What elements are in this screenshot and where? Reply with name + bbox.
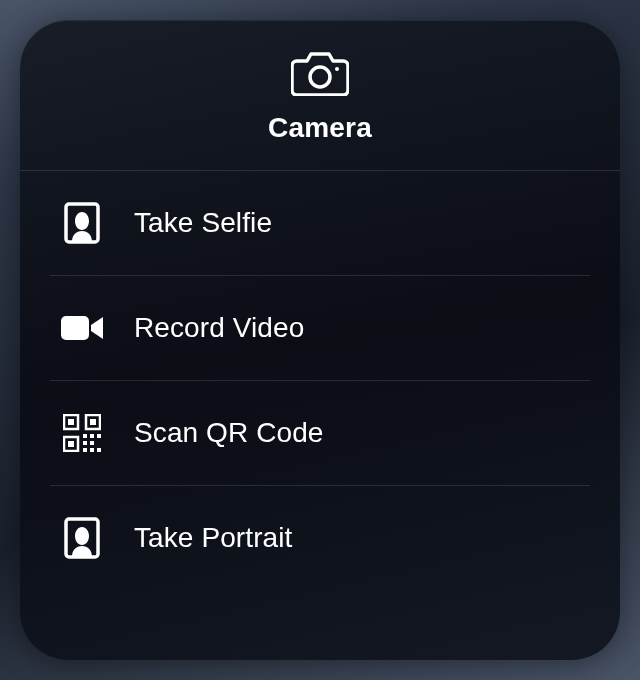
svg-rect-9 — [68, 441, 74, 447]
svg-rect-10 — [83, 434, 87, 438]
take-portrait-label: Take Portrait — [134, 522, 292, 554]
svg-rect-3 — [61, 316, 89, 340]
selfie-icon — [60, 201, 104, 245]
record-video-action[interactable]: Record Video — [50, 276, 590, 381]
take-portrait-action[interactable]: Take Portrait — [50, 486, 590, 590]
svg-rect-15 — [83, 448, 87, 452]
panel-header: Camera — [20, 50, 620, 171]
record-video-label: Record Video — [134, 312, 304, 344]
panel-title: Camera — [268, 112, 372, 144]
video-icon — [60, 306, 104, 350]
camera-icon — [288, 50, 352, 98]
svg-rect-16 — [97, 448, 101, 452]
take-selfie-action[interactable]: Take Selfie — [50, 171, 590, 276]
svg-rect-12 — [97, 434, 101, 438]
svg-rect-17 — [90, 448, 94, 452]
scan-qr-label: Scan QR Code — [134, 417, 324, 449]
camera-quick-actions-panel: Camera Take Selfie Record Video — [20, 20, 620, 660]
svg-rect-14 — [90, 441, 94, 445]
svg-rect-7 — [90, 419, 96, 425]
svg-rect-5 — [68, 419, 74, 425]
svg-point-1 — [335, 67, 339, 71]
svg-rect-13 — [83, 441, 87, 445]
svg-rect-11 — [90, 434, 94, 438]
actions-list: Take Selfie Record Video — [20, 171, 620, 590]
take-selfie-label: Take Selfie — [134, 207, 272, 239]
qr-icon — [60, 411, 104, 455]
scan-qr-action[interactable]: Scan QR Code — [50, 381, 590, 486]
svg-point-0 — [310, 67, 330, 87]
portrait-icon — [60, 516, 104, 560]
